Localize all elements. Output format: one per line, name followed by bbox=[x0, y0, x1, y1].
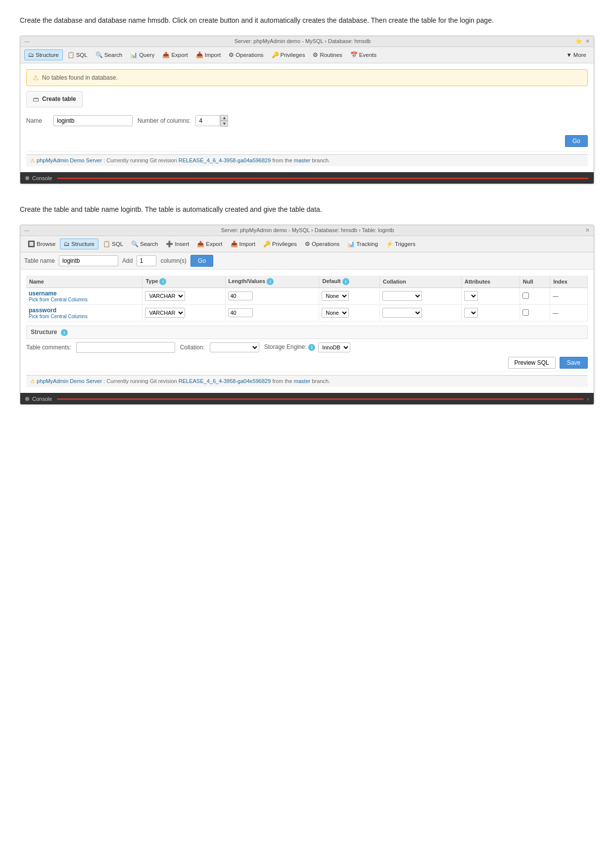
add-columns-input[interactable] bbox=[137, 255, 156, 266]
toolbar-btn-sql-2[interactable]: 📋 SQL bbox=[99, 239, 127, 249]
num-columns-input[interactable] bbox=[195, 115, 220, 126]
password-default-select[interactable]: None bbox=[322, 308, 349, 318]
username-sub[interactable]: Pick from Central Columns bbox=[29, 297, 140, 302]
toolbar-btn-query[interactable]: 📊 Query bbox=[127, 50, 158, 60]
footer-bar-2: ⚠ phpMyAdmin Demo Server : Currently run… bbox=[26, 375, 588, 387]
go-button-2[interactable]: Go bbox=[190, 255, 213, 267]
save-button[interactable]: Save bbox=[560, 357, 588, 369]
query-icon: 📊 bbox=[130, 51, 138, 58]
table-name-input[interactable] bbox=[53, 115, 133, 126]
go-button[interactable]: Go bbox=[565, 135, 588, 147]
toolbar-btn-sql[interactable]: 📋 SQL bbox=[64, 50, 91, 60]
col-header-index: Index bbox=[550, 276, 588, 288]
col-header-attributes: Attributes bbox=[461, 276, 520, 288]
footer-link-revision-2[interactable]: RELEASE_4_6_4-3958-ga04e596829 bbox=[179, 378, 271, 384]
console-bar-2[interactable]: Console › bbox=[20, 393, 594, 404]
console-dot bbox=[25, 176, 29, 180]
browser-window-1: — Server: phpMyAdmin demo - MySQL › Data… bbox=[20, 36, 594, 184]
table-icon: 🗃 bbox=[33, 96, 39, 103]
search-icon: 🔍 bbox=[95, 51, 103, 58]
toolbar-btn-export-2[interactable]: 📤 Export bbox=[193, 239, 226, 249]
toolbar-btn-triggers[interactable]: ⚡ Triggers bbox=[382, 239, 419, 249]
toolbar-btn-events[interactable]: 📅 Events bbox=[347, 50, 380, 60]
operations-label: Operations bbox=[236, 52, 263, 58]
import-label-2: Import bbox=[239, 241, 256, 247]
preview-sql-button[interactable]: Preview SQL bbox=[508, 357, 556, 369]
structure-info-icon[interactable]: i bbox=[61, 329, 68, 336]
tracking-icon: 📊 bbox=[347, 241, 355, 247]
go-button-row: Go bbox=[26, 134, 588, 148]
col-header-null: Null bbox=[520, 276, 550, 288]
settings-icon: ✕ bbox=[585, 38, 590, 45]
toolbar-btn-structure-2[interactable]: 🗂 Structure bbox=[60, 239, 98, 249]
spinner-down[interactable]: ▼ bbox=[220, 121, 228, 127]
toolbar-btn-search-2[interactable]: 🔍 Search bbox=[128, 239, 161, 249]
password-null-checkbox[interactable] bbox=[522, 309, 529, 316]
username-null-checkbox[interactable] bbox=[522, 292, 529, 299]
password-text: password bbox=[29, 307, 140, 314]
username-attributes-select[interactable] bbox=[464, 291, 478, 301]
username-collation-select[interactable] bbox=[382, 291, 422, 301]
console-bar-1[interactable]: Console bbox=[20, 172, 594, 184]
toolbar-btn-operations[interactable]: ⚙ Operations bbox=[225, 50, 267, 60]
footer-link-master[interactable]: master bbox=[294, 157, 311, 163]
column-definition-table: Name Type i Length/Values i Default i Co… bbox=[26, 276, 588, 322]
col-header-type: Type i bbox=[142, 276, 225, 288]
toolbar-btn-export[interactable]: 📤 Export bbox=[159, 50, 191, 60]
footer-icon-2: ⚠ bbox=[30, 378, 35, 384]
structure-label: Structure bbox=[36, 52, 59, 58]
table-name-field[interactable] bbox=[59, 255, 118, 266]
spinner-up[interactable]: ▲ bbox=[220, 115, 228, 121]
col-name-password: password Pick from Central Columns bbox=[26, 304, 142, 321]
operations-icon: ⚙ bbox=[229, 51, 234, 58]
browser-title-2: Server: phpMyAdmin demo - MySQL › Databa… bbox=[30, 227, 585, 233]
password-length-input[interactable] bbox=[228, 308, 253, 317]
password-type-select[interactable]: VARCHAR bbox=[145, 308, 185, 318]
default-info-icon[interactable]: i bbox=[342, 278, 349, 285]
storage-engine-select[interactable]: InnoDB bbox=[318, 342, 350, 352]
password-sub[interactable]: Pick from Central Columns bbox=[29, 314, 140, 319]
table-comments-input[interactable] bbox=[76, 342, 175, 353]
export-icon: 📤 bbox=[162, 51, 170, 58]
privileges-label: Privileges bbox=[281, 52, 305, 58]
toolbar-btn-import[interactable]: 📥 Import bbox=[192, 50, 225, 60]
toolbar-btn-privileges[interactable]: 🔑 Privileges bbox=[268, 50, 309, 60]
toolbar-btn-tracking[interactable]: 📊 Tracking bbox=[344, 239, 381, 249]
browser-control-icons-2: ✕ bbox=[585, 227, 590, 234]
toolbar-btn-privileges-2[interactable]: 🔑 Privileges bbox=[260, 239, 300, 249]
type-info-icon[interactable]: i bbox=[159, 278, 166, 285]
search-label: Search bbox=[104, 52, 122, 58]
structure-label-text: Structure bbox=[31, 329, 57, 336]
create-table-label: Create table bbox=[42, 96, 76, 102]
password-collation-select[interactable] bbox=[382, 308, 422, 318]
length-info-icon[interactable]: i bbox=[267, 278, 274, 285]
footer-link-server[interactable]: phpMyAdmin Demo Server bbox=[37, 157, 102, 163]
toolbar-btn-structure[interactable]: 🗂 Structure bbox=[24, 49, 63, 60]
triggers-icon: ⚡ bbox=[386, 241, 393, 247]
search-label-2: Search bbox=[140, 241, 158, 247]
col-index-username: — bbox=[550, 288, 588, 304]
col-default-password: None bbox=[319, 304, 379, 321]
username-type-select[interactable]: VARCHAR bbox=[145, 291, 185, 301]
browse-icon: 🔲 bbox=[28, 241, 35, 247]
toolbar-btn-operations-2[interactable]: ⚙ Operations bbox=[301, 239, 343, 249]
username-default-select[interactable]: None bbox=[322, 291, 349, 301]
collation-select[interactable] bbox=[210, 342, 259, 352]
more-arrow-icon: ▼ bbox=[566, 52, 571, 58]
collation-label: Collation: bbox=[180, 344, 205, 351]
footer-link-revision[interactable]: RELEASE_4_6_4-3958-ga04a596829 bbox=[179, 157, 271, 163]
col-type-username: VARCHAR bbox=[142, 288, 225, 304]
toolbar-btn-search[interactable]: 🔍 Search bbox=[92, 50, 126, 60]
storage-info-icon[interactable]: i bbox=[308, 344, 315, 351]
toolbar-btn-insert[interactable]: ➕ Insert bbox=[162, 239, 192, 249]
username-length-input[interactable] bbox=[228, 291, 253, 300]
toolbar-btn-browse[interactable]: 🔲 Browse bbox=[24, 239, 59, 249]
toolbar-btn-more[interactable]: ▼ More bbox=[563, 50, 590, 59]
footer-link-server-2[interactable]: phpMyAdmin Demo Server bbox=[37, 378, 102, 384]
toolbar-btn-import-2[interactable]: 📥 Import bbox=[227, 239, 259, 249]
col-length-username bbox=[225, 288, 319, 304]
toolbar-btn-routines[interactable]: ⚙ Routines bbox=[309, 50, 345, 60]
password-attributes-select[interactable] bbox=[464, 308, 478, 318]
more-label: More bbox=[573, 52, 586, 58]
footer-link-master-2[interactable]: master bbox=[294, 378, 311, 384]
